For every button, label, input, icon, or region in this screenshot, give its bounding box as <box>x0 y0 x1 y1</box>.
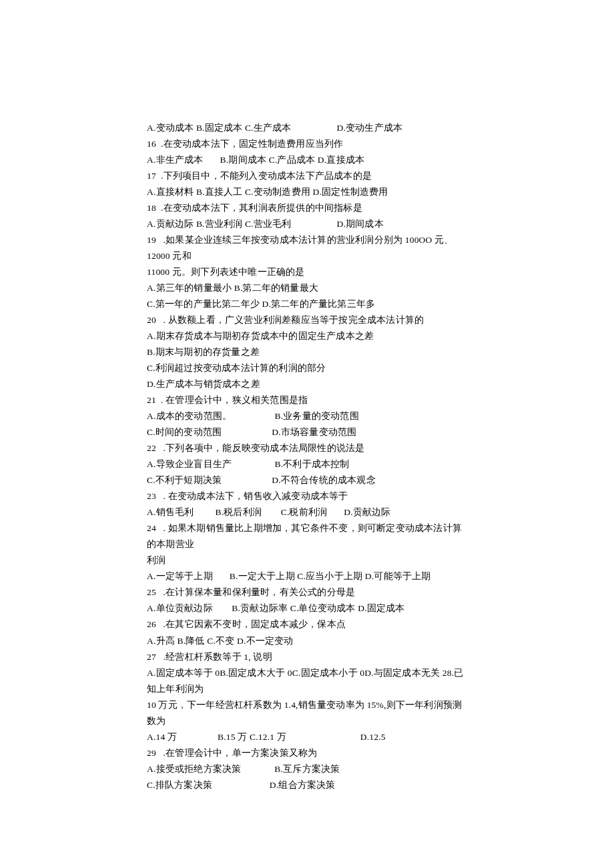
line-14: C.利润超过按变动成本法计算的利润的部分 <box>147 360 467 376</box>
line-7: 19 .如果某企业连续三年按变动成本法计算的营业利润分别为 100OO 元、12… <box>147 232 467 264</box>
line-8: 11000 元。则下列表述中唯一正确的是 <box>147 264 467 280</box>
line-16: 21 . 在管理会计中，狭义相关范围是指 <box>147 392 467 408</box>
line-1: 16 .在变动成本法下，固定性制造费用应当列作 <box>147 136 467 152</box>
line-33: 10 万元，下一年经营杠杆系数为 1.4,销售量变动率为 15%,则下一年利润预… <box>147 697 467 729</box>
line-4: A.直接材料 B.直接人工 C.变动制造费用 D.固定性制造费用 <box>147 184 467 200</box>
line-2: A.非生产成本 B.期间成本 C.产品成本 D.直接成本 <box>147 152 467 168</box>
line-3: 17 .下列项目中，不能列入变动成本法下产品成本的是 <box>147 168 467 184</box>
line-25: 利润 <box>147 552 467 568</box>
line-32: A.固定成本等于 0B.固定成木大于 0C.固定成本小于 0D.与固定成本无关 … <box>147 665 467 697</box>
line-12: A.期末存货成本与期初存货成本中的固定生产成本之差 <box>147 328 467 344</box>
line-24: 24 . 如果木期销售量比上期增加，其它条件不变，则可断定变动成本法计算的本期营… <box>147 520 467 552</box>
line-6: A.贡献边际 B.营业利润 C.营业毛利 D.期间成本 <box>147 216 467 232</box>
line-26: A.一定等于上期 B.一定大于上期 C.应当小于上期 D.可能等于上期 <box>147 568 467 584</box>
line-28: A.单位贡献边际 B.贡献边际率 C.单位变动成本 D.固定成本 <box>147 600 467 616</box>
line-10: C.第一年的产量比第二年少 D.第二年的产量比第三年多 <box>147 296 467 312</box>
line-20: A.导致企业盲目生产 B.不利于成本控制 <box>147 456 467 472</box>
exam-page: A.变动成本 B.固定成本 C.生产成本 D.变动生产成本 16 .在变动成本法… <box>0 0 614 868</box>
line-23: A.销售毛利 B.税后利润 C.税前利润 D.贡献边际 <box>147 504 467 520</box>
line-13: B.期末与期初的存货量之差 <box>147 344 467 360</box>
line-30: A.升高 B.降低 C.不变 D.不一定变动 <box>147 633 467 649</box>
line-34: A.14 万 B.15 万 C.12.1 万 D.12.5 <box>147 729 467 745</box>
line-18: C.时间的变动范围 D.市场容量变动范围 <box>147 424 467 440</box>
line-35: 29 .在管理会计中，单一方案决策又称为 <box>147 745 467 761</box>
line-36: A.接受或拒绝方案决策 B.互斥方案决策 <box>147 761 467 777</box>
line-21: C.不利于短期决策 D.不符合传统的成本观念 <box>147 472 467 488</box>
line-0: A.变动成本 B.固定成本 C.生产成本 D.变动生产成本 <box>147 120 467 136</box>
line-22: 23 . 在变动成本法下，销售收入减变动成本等于 <box>147 488 467 504</box>
line-19: 22 .下列各项中，能反映变动成本法局限性的说法是 <box>147 440 467 456</box>
line-11: 20 . 从数额上看，广义营业利润差额应当等于按完全成本法计算的 <box>147 312 467 328</box>
line-31: 27 .经营杠杆系数等于 1, 说明 <box>147 649 467 665</box>
line-17: A.成本的变动范围。 B.业务量的变动范围 <box>147 408 467 424</box>
line-15: D.生产成本与销货成本之差 <box>147 376 467 392</box>
line-5: 18 .在变动成本法下，其利润表所提供的中间指标是 <box>147 200 467 216</box>
line-9: A.第三年的销量最小 B.第二年的销量最大 <box>147 280 467 296</box>
line-37: C.排队方案决策 D.组合方案决策 <box>147 777 467 793</box>
line-27: 25 .在计算保本量和保利量时，有关公式的分母是 <box>147 584 467 600</box>
line-29: 26 .在其它因素不变时，固定成本减少，保本点 <box>147 616 467 632</box>
